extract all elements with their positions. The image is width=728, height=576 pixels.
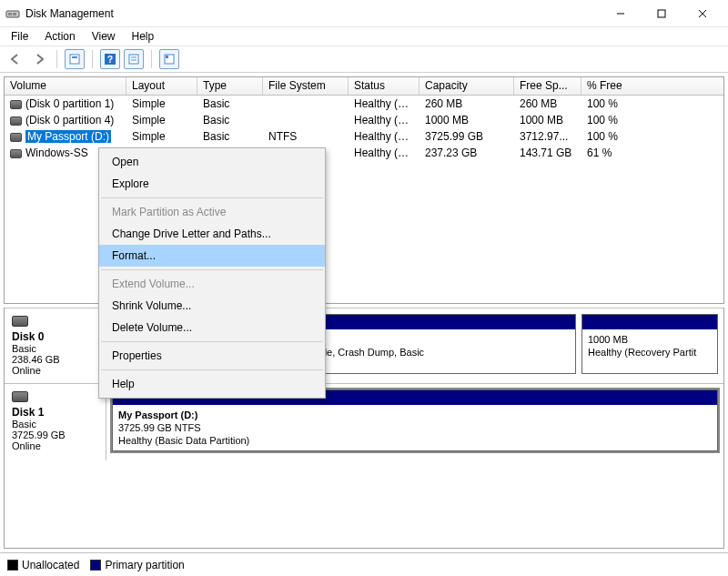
menubar: File Action View Help [0, 27, 728, 45]
col-percent[interactable]: % Free [581, 77, 667, 95]
toolbar-button-2[interactable] [124, 49, 144, 69]
menu-separator [101, 341, 323, 342]
col-status[interactable]: Status [349, 77, 420, 95]
titlebar: Disk Management [0, 0, 728, 27]
swatch-icon [90, 560, 101, 571]
volume-name: (Disk 0 partition 1) [25, 97, 114, 110]
disk-icon [12, 316, 28, 327]
table-row[interactable]: (Disk 0 partition 4) Simple Basic Health… [5, 112, 723, 128]
disk-size: 238.46 GB [12, 354, 98, 365]
toolbar: ? [0, 45, 728, 73]
cell-free: 143.71 GB [514, 147, 581, 159]
svg-rect-15 [166, 56, 168, 58]
cell-status: Healthy (B... [349, 147, 420, 159]
menu-separator [101, 197, 323, 198]
svg-text:?: ? [107, 55, 113, 65]
menu-shrink[interactable]: Shrink Volume... [99, 295, 325, 317]
svg-rect-8 [72, 56, 77, 58]
toolbar-button-3[interactable] [159, 49, 179, 69]
menu-change-letter[interactable]: Change Drive Letter and Paths... [99, 223, 325, 245]
partition-line: Healthy (Recovery Partit [588, 346, 712, 359]
col-layout[interactable]: Layout [126, 77, 197, 95]
menu-help[interactable]: Help [99, 373, 325, 395]
volume-name: (Disk 0 partition 4) [25, 114, 114, 126]
svg-rect-2 [13, 13, 16, 15]
toolbar-button-1[interactable] [65, 49, 85, 69]
col-free[interactable]: Free Sp... [514, 77, 581, 95]
cell-layout: Simple [126, 97, 197, 110]
cell-capacity: 1000 MB [420, 114, 514, 126]
volume-name: Windows-SS [25, 147, 88, 159]
disk-type: Basic [12, 419, 98, 429]
maximize-button[interactable] [641, 0, 682, 27]
menu-file[interactable]: File [4, 28, 35, 45]
menu-extend: Extend Volume... [99, 273, 325, 295]
window-title: Disk Management [25, 7, 114, 20]
cell-capacity: 3725.99 GB [420, 130, 514, 143]
partition-line: My Passport (D:) [118, 409, 197, 420]
close-button[interactable] [682, 0, 723, 27]
partition-line: Healthy (Basic Data Partition) [118, 434, 712, 447]
disk-label[interactable]: Disk 1 Basic 3725.99 GB Online [5, 384, 106, 460]
cell-pct: 61 % [581, 147, 667, 159]
cell-layout: Simple [126, 130, 197, 143]
cell-layout: Simple [126, 114, 197, 126]
legend-item: Unallocated [7, 559, 79, 571]
table-row[interactable]: (Disk 0 partition 1) Simple Basic Health… [5, 96, 723, 112]
cell-status: Healthy (R... [349, 114, 420, 126]
disk-label[interactable]: Disk 0 Basic 238.46 GB Online [5, 308, 106, 383]
cell-pct: 100 % [581, 114, 667, 126]
disk-icon [10, 149, 22, 158]
menu-mark-active: Mark Partition as Active [99, 201, 325, 223]
svg-rect-11 [129, 55, 138, 64]
col-volume[interactable]: Volume [5, 77, 126, 95]
cell-type: Basic [197, 97, 263, 110]
table-row[interactable]: My Passport (D:) Simple Basic NTFS Healt… [5, 128, 723, 145]
menu-explore[interactable]: Explore [99, 173, 325, 195]
forward-button[interactable] [29, 49, 49, 69]
cell-type: Basic [197, 114, 263, 126]
legend: Unallocated Primary partition [0, 552, 728, 576]
menu-separator [101, 269, 323, 270]
disk-icon [12, 391, 28, 402]
partition-line: 3725.99 GB NTFS [118, 421, 712, 434]
menu-properties[interactable]: Properties [99, 345, 325, 367]
partition[interactable]: 1000 MB Healthy (Recovery Partit [581, 314, 718, 374]
cell-status: Healthy (B... [349, 130, 420, 143]
cell-capacity: 237.23 GB [420, 147, 514, 159]
toolbar-separator [92, 50, 93, 68]
menu-view[interactable]: View [85, 28, 123, 45]
svg-rect-1 [8, 13, 12, 15]
help-button[interactable]: ? [100, 49, 120, 69]
disk-icon [10, 133, 22, 142]
svg-rect-4 [658, 10, 665, 17]
partition[interactable]: My Passport (D:) 3725.99 GB NTFS Healthy… [112, 389, 718, 451]
menu-delete[interactable]: Delete Volume... [99, 317, 325, 339]
menu-open[interactable]: Open [99, 151, 325, 173]
col-filesystem[interactable]: File System [263, 77, 349, 95]
disk-size: 3725.99 GB [12, 429, 98, 440]
menu-format[interactable]: Format... [99, 245, 325, 267]
legend-label: Primary partition [105, 559, 184, 571]
toolbar-separator [151, 50, 152, 68]
partition-line: 1000 MB [588, 333, 712, 346]
menu-separator [101, 369, 323, 370]
disk-name: Disk 0 [12, 330, 44, 343]
disk-state: Online [12, 365, 98, 376]
toolbar-separator [56, 50, 57, 68]
legend-label: Unallocated [22, 559, 79, 571]
back-button[interactable] [5, 49, 25, 69]
col-type[interactable]: Type [197, 77, 263, 95]
swatch-icon [7, 560, 18, 571]
cell-pct: 100 % [581, 130, 667, 143]
cell-fs: NTFS [263, 130, 349, 143]
cell-free: 3712.97... [514, 130, 581, 143]
menu-action[interactable]: Action [37, 28, 82, 45]
disk-state: Online [12, 440, 98, 451]
minimize-button[interactable] [600, 0, 641, 27]
col-capacity[interactable]: Capacity [420, 77, 514, 95]
disk-icon [10, 116, 22, 126]
svg-rect-7 [70, 55, 79, 64]
disk-name: Disk 1 [12, 406, 44, 419]
menu-help[interactable]: Help [125, 28, 162, 45]
